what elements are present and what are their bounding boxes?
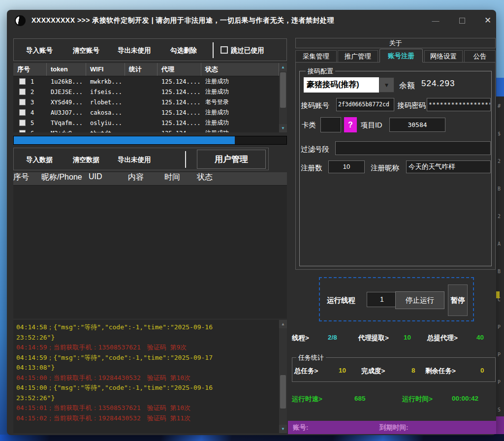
log-line: 23:52:26"} — [16, 333, 277, 343]
maximize-button[interactable] — [455, 15, 470, 27]
skip-used-checkbox[interactable] — [220, 46, 228, 54]
scroll-down-icon[interactable]: ▼ — [279, 124, 287, 132]
row-token: TVqafm... — [47, 120, 86, 126]
row-checkbox[interactable] — [19, 130, 26, 133]
tab-collection-mgmt[interactable]: 采集管理 — [295, 50, 337, 63]
clear-data-button[interactable]: 清空数据 — [73, 156, 99, 164]
proxy-get-label: 代理提取> — [358, 334, 389, 343]
stop-run-button[interactable]: 停止运行 — [395, 291, 444, 309]
log-panel[interactable]: 04:14:58；{"msg":"等待","code":-1,"time":"2… — [13, 320, 287, 433]
skip-used-label: 跳过已使用 — [231, 46, 264, 55]
row-checkbox[interactable] — [19, 78, 26, 85]
scroll-up-icon[interactable]: ▲ — [279, 320, 287, 328]
accounts-toolbar: 导入账号 清空账号 导出未使用 勾选删除 跳过已使用 — [13, 38, 287, 61]
log-line: 04:15:00；{"msg":"等待","code":-1,"time":"2… — [16, 383, 277, 393]
threads-input[interactable]: 1 — [367, 292, 397, 307]
row-proxy: 125.124.... — [158, 78, 201, 85]
col-status[interactable]: 状态 — [197, 172, 246, 185]
log-scrollbar[interactable]: ▲ ▼ — [279, 320, 287, 433]
col-content[interactable]: 内容 — [128, 172, 164, 185]
row-checkbox[interactable] — [19, 109, 26, 116]
tab-network-settings[interactable]: 网络设置 — [424, 50, 463, 63]
scroll-thumb[interactable] — [280, 375, 286, 409]
log-line: 04:14:59；{"msg":"等待","code":-1,"time":"2… — [16, 353, 277, 363]
delete-checked-button[interactable]: 勾选删除 — [170, 46, 197, 55]
edge-glyph: P — [498, 379, 504, 385]
col-stat[interactable]: 统计 — [125, 63, 158, 76]
help-button[interactable]: ? — [344, 117, 357, 132]
pause-button[interactable]: 暂停 — [448, 284, 468, 316]
col-uid[interactable]: UID — [89, 172, 128, 185]
scroll-thumb[interactable] — [280, 72, 286, 108]
col-token[interactable]: token — [47, 63, 86, 76]
license-account-label: 账号: — [293, 423, 309, 432]
col-seq[interactable]: 序号 — [13, 172, 41, 185]
nickname-input[interactable]: 今天的天气咋样 — [406, 160, 491, 173]
col-seq[interactable]: 序号 — [13, 63, 47, 76]
account-row[interactable]: 2 DJEJSE... ifseis... 125.124.... 注册成功 — [13, 87, 287, 97]
sms-config-label: 接码配置 — [306, 67, 335, 76]
import-accounts-button[interactable]: 导入账号 — [26, 46, 53, 55]
balance-label: 余额 — [399, 81, 415, 91]
card-type-input[interactable] — [320, 117, 341, 132]
toolbar-separator — [185, 151, 186, 168]
license-bar: 账号: 到期时间: — [288, 421, 496, 434]
about-button[interactable]: 关于 — [295, 38, 496, 48]
scroll-up-icon[interactable]: ▲ — [279, 63, 287, 71]
filter-input[interactable] — [335, 141, 491, 155]
desktop-wallpaper-right — [496, 78, 504, 96]
sms-config-group: 接码配置 豪猪接码(推荐) ▼ 余额 524.293 接码账号 2f3d0665… — [299, 71, 492, 266]
col-proxy[interactable]: 代理 — [158, 63, 201, 76]
row-status: 注册成功 — [201, 108, 279, 117]
done-label: 完成度> — [361, 367, 385, 376]
task-stats-label: 任务统计 — [296, 353, 326, 362]
edge-glyph: B — [498, 269, 504, 274]
col-nickname-phone[interactable]: 昵称/Phone — [41, 172, 89, 185]
export-unused-accounts-button[interactable]: 导出未使用 — [118, 46, 151, 55]
tab-promotion-mgmt[interactable]: 推广管理 — [338, 50, 378, 63]
account-row[interactable]: 5 TVqafm... oslyiu... 125.124.... 注册成功 — [13, 118, 287, 128]
edge-glyph: A — [498, 241, 504, 247]
proxy-total-label: 总提代理> — [427, 334, 458, 343]
title-bar[interactable]: XXXXXXXXX >>> 承接软件定制开发 | 请勿用于非法用途，一切后果与作… — [7, 10, 496, 32]
sms-password-input[interactable]: ***************** — [427, 98, 491, 111]
row-token: DJEJSE... — [47, 89, 86, 95]
scroll-down-icon[interactable]: ▼ — [279, 425, 287, 433]
accounts-scrollbar[interactable]: ▲ ▼ — [279, 63, 287, 132]
chevron-down-icon[interactable]: ▼ — [379, 77, 394, 93]
reg-count-input[interactable]: 10 — [328, 160, 365, 173]
project-id-label: 项目ID — [361, 121, 382, 130]
close-button[interactable]: ✕ — [480, 15, 495, 27]
account-row[interactable]: 6 M2+dv9... thutdt... 125.124.... 注册成功 — [13, 128, 287, 132]
log-line: 04:15:02；当前获取手机：19284430532 验证码 第11次 — [16, 413, 277, 424]
remain-label: 剩余任务> — [425, 367, 456, 376]
col-extra — [246, 172, 287, 185]
reg-count-label: 注册数 — [301, 163, 322, 173]
row-status: 注册成功 — [201, 88, 279, 96]
account-row[interactable]: 3 XYSd49... rlobet... 125.124.... 老号登录 — [13, 97, 287, 107]
col-time[interactable]: 时间 — [164, 172, 197, 185]
project-id-input[interactable]: 30584 — [389, 118, 445, 132]
tab-announcement[interactable]: 公告 — [464, 50, 496, 63]
col-wifi[interactable]: WIFI — [86, 63, 125, 76]
row-status: 注册成功 — [201, 119, 279, 127]
import-data-button[interactable]: 导入数据 — [26, 156, 53, 164]
row-proxy: 125.124.... — [158, 109, 201, 116]
export-unused-data-button[interactable]: 导出未使用 — [118, 156, 151, 164]
col-status[interactable]: 状态 — [201, 63, 279, 76]
edge-glyph: P — [498, 324, 504, 330]
minimize-button[interactable]: — — [428, 15, 443, 27]
account-row[interactable]: 1 1u26kB... mwkrkb... 125.124.... 注册成功 — [13, 76, 287, 87]
tab-account-register[interactable]: 账号注册 — [379, 49, 423, 63]
row-checkbox[interactable] — [19, 99, 26, 105]
sms-account-input[interactable]: 2f3d0665b8772cd — [336, 98, 394, 111]
user-management-button[interactable]: 用户管理 — [197, 150, 266, 169]
clear-accounts-button[interactable]: 清空账号 — [73, 46, 99, 55]
row-checkbox[interactable] — [19, 89, 26, 95]
row-checkbox[interactable] — [19, 120, 26, 126]
sms-provider-select[interactable]: 豪猪接码(推荐) — [304, 77, 379, 93]
row-wifi: rlobet... — [86, 99, 125, 106]
sms-account-label: 接码账号 — [301, 101, 329, 110]
thread-stat-label: 线程> — [292, 334, 309, 343]
account-row[interactable]: 4 AU3JO7... cakosa... 125.124.... 注册成功 — [13, 107, 287, 118]
